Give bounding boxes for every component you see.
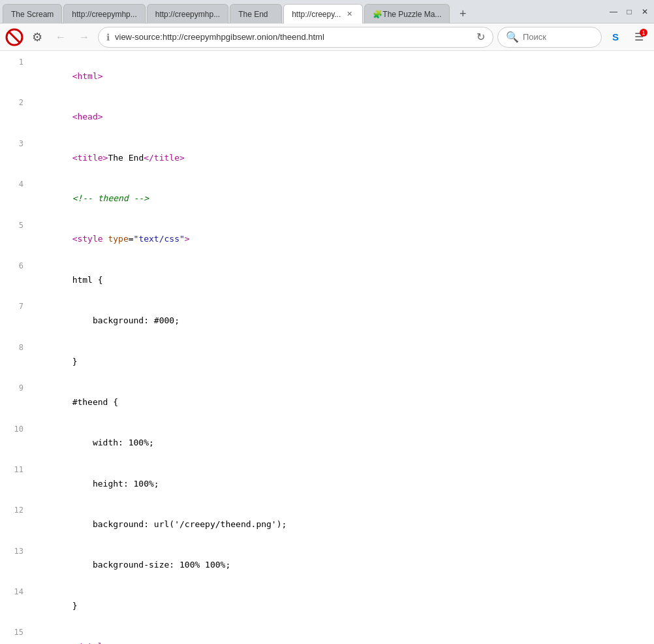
source-line-2: 2 <head> — [0, 97, 654, 137]
source-line-11: 11 height: 100%; — [0, 464, 654, 504]
source-line-15: 15 </style> — [0, 626, 654, 644]
puzzle-icon: 🧩 — [373, 10, 382, 19]
tab-scream-label: The Scream — [11, 10, 54, 19]
maximize-button[interactable]: □ — [623, 5, 636, 18]
tab-bar: The Scream http://creepymhp... http://cr… — [3, 0, 602, 23]
address-text: view-source:http://creepymhpgibsewr.onio… — [115, 32, 473, 42]
search-bar[interactable]: 🔍 — [497, 27, 602, 48]
source-line-1: 1 <html> — [0, 56, 654, 97]
tag-html-open: <html> — [72, 71, 103, 81]
tag-title: <title> — [72, 153, 108, 163]
source-line-7: 7 background: #000; — [0, 300, 654, 341]
reload-icon[interactable]: ↻ — [476, 31, 485, 43]
new-tab-button[interactable]: + — [454, 5, 472, 23]
tab-creepy3-label: http://creepy... — [292, 10, 341, 19]
search-input[interactable] — [523, 32, 588, 42]
browser-window: The Scream http://creepymhp... http://cr… — [0, 0, 654, 644]
source-line-4: 4 <!-- theend --> — [0, 178, 654, 219]
source-line-12: 12 background: url('/creepy/theend.png')… — [0, 504, 654, 545]
title-bar: The Scream http://creepymhp... http://cr… — [0, 0, 654, 24]
tab-end-label: The End — [238, 10, 268, 19]
tab-close-button[interactable]: ✕ — [345, 9, 354, 19]
forward-button[interactable]: → — [74, 27, 94, 47]
tab-creepy2[interactable]: http://creepymhp... — [147, 4, 228, 24]
tab-puzzle-label: The Puzzle Ma... — [382, 10, 441, 19]
tab-scream[interactable]: The Scream — [3, 4, 62, 24]
back-button[interactable]: ← — [51, 27, 70, 47]
address-bar[interactable]: ℹ view-source:http://creepymhpgibsewr.on… — [98, 27, 493, 48]
tab-puzzle[interactable]: 🧩 The Puzzle Ma... — [364, 4, 450, 24]
tab-creepy1[interactable]: http://creepymhp... — [63, 4, 145, 24]
source-line-14: 14 } — [0, 586, 654, 626]
source-line-10: 10 width: 100%; — [0, 423, 654, 464]
menu-badge: 1 — [640, 29, 647, 37]
stop-icon[interactable] — [5, 28, 23, 46]
source-line-9: 9 #theend { — [0, 382, 654, 423]
tag-head-open: <head> — [72, 112, 103, 121]
skype-s-icon: S — [612, 31, 619, 42]
minimize-button[interactable]: — — [607, 5, 620, 18]
source-line-6: 6 html { — [0, 260, 654, 300]
source-line-5: 5 <style type="text/css"> — [0, 219, 654, 260]
source-line-3: 3 <title>The End</title> — [0, 138, 654, 178]
nav-bar: ⚙ ← → ℹ view-source:http://creepymhpgibs… — [0, 24, 654, 51]
source-content: 1 <html> 2 <head> 3 <title>The End</titl… — [0, 51, 654, 644]
comment-theend: <!-- theend --> — [72, 193, 149, 203]
svg-line-1 — [8, 31, 20, 43]
window-controls: — □ ✕ — [607, 5, 651, 18]
settings-icon[interactable]: ⚙ — [27, 27, 47, 47]
tab-creepy1-label: http://creepymhp... — [72, 10, 136, 19]
source-line-13: 13 background-size: 100% 100%; — [0, 545, 654, 586]
info-icon[interactable]: ℹ — [106, 32, 110, 42]
tab-creepy2-label: http://creepymhp... — [155, 10, 220, 19]
new-tab-icon: + — [459, 7, 467, 21]
tab-creepy3-active[interactable]: http://creepy... ✕ — [283, 4, 363, 24]
skype-icon[interactable]: S — [606, 27, 625, 47]
menu-button[interactable]: ☰ 1 — [629, 27, 649, 47]
tab-end[interactable]: The End — [230, 4, 282, 24]
search-icon: 🔍 — [506, 31, 519, 43]
close-button[interactable]: ✕ — [638, 5, 651, 18]
source-line-8: 8 } — [0, 342, 654, 382]
